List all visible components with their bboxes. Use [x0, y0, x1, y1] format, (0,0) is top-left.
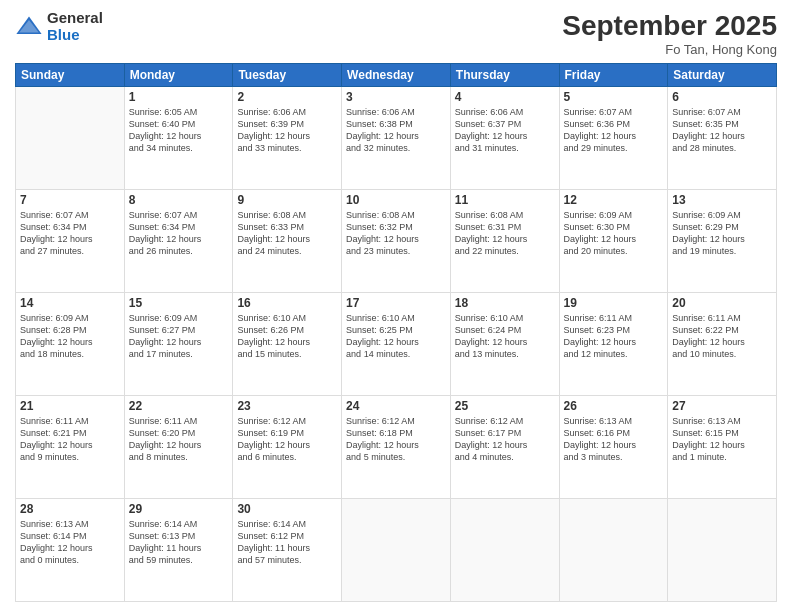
table-row: 8Sunrise: 6:07 AMSunset: 6:34 PMDaylight… [124, 190, 233, 293]
day-content: Sunrise: 6:12 AMSunset: 6:17 PMDaylight:… [455, 415, 555, 464]
day-content: Sunrise: 6:10 AMSunset: 6:26 PMDaylight:… [237, 312, 337, 361]
day-number: 29 [129, 502, 229, 516]
day-number: 23 [237, 399, 337, 413]
day-content: Sunrise: 6:11 AMSunset: 6:22 PMDaylight:… [672, 312, 772, 361]
day-content: Sunrise: 6:09 AMSunset: 6:27 PMDaylight:… [129, 312, 229, 361]
day-content: Sunrise: 6:11 AMSunset: 6:20 PMDaylight:… [129, 415, 229, 464]
day-number: 15 [129, 296, 229, 310]
col-monday: Monday [124, 64, 233, 87]
day-content: Sunrise: 6:13 AMSunset: 6:16 PMDaylight:… [564, 415, 664, 464]
table-row: 17Sunrise: 6:10 AMSunset: 6:25 PMDayligh… [342, 293, 451, 396]
day-content: Sunrise: 6:09 AMSunset: 6:30 PMDaylight:… [564, 209, 664, 258]
logo: General Blue [15, 10, 103, 43]
table-row: 3Sunrise: 6:06 AMSunset: 6:38 PMDaylight… [342, 87, 451, 190]
day-content: Sunrise: 6:08 AMSunset: 6:33 PMDaylight:… [237, 209, 337, 258]
day-number: 22 [129, 399, 229, 413]
day-number: 24 [346, 399, 446, 413]
day-number: 28 [20, 502, 120, 516]
table-row: 21Sunrise: 6:11 AMSunset: 6:21 PMDayligh… [16, 396, 125, 499]
col-wednesday: Wednesday [342, 64, 451, 87]
table-row [450, 499, 559, 602]
day-content: Sunrise: 6:09 AMSunset: 6:28 PMDaylight:… [20, 312, 120, 361]
table-row: 28Sunrise: 6:13 AMSunset: 6:14 PMDayligh… [16, 499, 125, 602]
day-content: Sunrise: 6:07 AMSunset: 6:35 PMDaylight:… [672, 106, 772, 155]
calendar-week-row: 7Sunrise: 6:07 AMSunset: 6:34 PMDaylight… [16, 190, 777, 293]
day-content: Sunrise: 6:13 AMSunset: 6:14 PMDaylight:… [20, 518, 120, 567]
day-content: Sunrise: 6:07 AMSunset: 6:34 PMDaylight:… [129, 209, 229, 258]
day-content: Sunrise: 6:10 AMSunset: 6:24 PMDaylight:… [455, 312, 555, 361]
day-number: 8 [129, 193, 229, 207]
table-row: 19Sunrise: 6:11 AMSunset: 6:23 PMDayligh… [559, 293, 668, 396]
day-content: Sunrise: 6:08 AMSunset: 6:31 PMDaylight:… [455, 209, 555, 258]
day-content: Sunrise: 6:09 AMSunset: 6:29 PMDaylight:… [672, 209, 772, 258]
day-number: 27 [672, 399, 772, 413]
table-row: 30Sunrise: 6:14 AMSunset: 6:12 PMDayligh… [233, 499, 342, 602]
day-number: 13 [672, 193, 772, 207]
day-number: 9 [237, 193, 337, 207]
table-row [16, 87, 125, 190]
location: Fo Tan, Hong Kong [562, 42, 777, 57]
day-number: 3 [346, 90, 446, 104]
day-content: Sunrise: 6:14 AMSunset: 6:12 PMDaylight:… [237, 518, 337, 567]
title-block: September 2025 Fo Tan, Hong Kong [562, 10, 777, 57]
day-content: Sunrise: 6:06 AMSunset: 6:39 PMDaylight:… [237, 106, 337, 155]
day-number: 26 [564, 399, 664, 413]
table-row: 25Sunrise: 6:12 AMSunset: 6:17 PMDayligh… [450, 396, 559, 499]
day-number: 25 [455, 399, 555, 413]
table-row: 26Sunrise: 6:13 AMSunset: 6:16 PMDayligh… [559, 396, 668, 499]
day-content: Sunrise: 6:06 AMSunset: 6:38 PMDaylight:… [346, 106, 446, 155]
table-row: 7Sunrise: 6:07 AMSunset: 6:34 PMDaylight… [16, 190, 125, 293]
table-row: 1Sunrise: 6:05 AMSunset: 6:40 PMDaylight… [124, 87, 233, 190]
day-content: Sunrise: 6:12 AMSunset: 6:19 PMDaylight:… [237, 415, 337, 464]
table-row [668, 499, 777, 602]
day-content: Sunrise: 6:11 AMSunset: 6:21 PMDaylight:… [20, 415, 120, 464]
col-tuesday: Tuesday [233, 64, 342, 87]
day-number: 30 [237, 502, 337, 516]
table-row: 10Sunrise: 6:08 AMSunset: 6:32 PMDayligh… [342, 190, 451, 293]
table-row [559, 499, 668, 602]
day-number: 14 [20, 296, 120, 310]
logo-general-text: General [47, 10, 103, 27]
day-content: Sunrise: 6:06 AMSunset: 6:37 PMDaylight:… [455, 106, 555, 155]
table-row: 2Sunrise: 6:06 AMSunset: 6:39 PMDaylight… [233, 87, 342, 190]
table-row: 6Sunrise: 6:07 AMSunset: 6:35 PMDaylight… [668, 87, 777, 190]
header: General Blue September 2025 Fo Tan, Hong… [15, 10, 777, 57]
table-row: 5Sunrise: 6:07 AMSunset: 6:36 PMDaylight… [559, 87, 668, 190]
logo-text: General Blue [47, 10, 103, 43]
day-number: 18 [455, 296, 555, 310]
calendar-week-row: 14Sunrise: 6:09 AMSunset: 6:28 PMDayligh… [16, 293, 777, 396]
table-row: 22Sunrise: 6:11 AMSunset: 6:20 PMDayligh… [124, 396, 233, 499]
table-row: 18Sunrise: 6:10 AMSunset: 6:24 PMDayligh… [450, 293, 559, 396]
day-content: Sunrise: 6:11 AMSunset: 6:23 PMDaylight:… [564, 312, 664, 361]
day-number: 10 [346, 193, 446, 207]
table-row: 24Sunrise: 6:12 AMSunset: 6:18 PMDayligh… [342, 396, 451, 499]
table-row: 11Sunrise: 6:08 AMSunset: 6:31 PMDayligh… [450, 190, 559, 293]
table-row: 29Sunrise: 6:14 AMSunset: 6:13 PMDayligh… [124, 499, 233, 602]
logo-icon [15, 13, 43, 41]
col-sunday: Sunday [16, 64, 125, 87]
day-number: 21 [20, 399, 120, 413]
table-row: 4Sunrise: 6:06 AMSunset: 6:37 PMDaylight… [450, 87, 559, 190]
calendar-header-row: Sunday Monday Tuesday Wednesday Thursday… [16, 64, 777, 87]
day-number: 6 [672, 90, 772, 104]
table-row: 12Sunrise: 6:09 AMSunset: 6:30 PMDayligh… [559, 190, 668, 293]
calendar-week-row: 21Sunrise: 6:11 AMSunset: 6:21 PMDayligh… [16, 396, 777, 499]
day-content: Sunrise: 6:14 AMSunset: 6:13 PMDaylight:… [129, 518, 229, 567]
table-row: 27Sunrise: 6:13 AMSunset: 6:15 PMDayligh… [668, 396, 777, 499]
day-content: Sunrise: 6:07 AMSunset: 6:34 PMDaylight:… [20, 209, 120, 258]
table-row [342, 499, 451, 602]
table-row: 16Sunrise: 6:10 AMSunset: 6:26 PMDayligh… [233, 293, 342, 396]
table-row: 14Sunrise: 6:09 AMSunset: 6:28 PMDayligh… [16, 293, 125, 396]
col-saturday: Saturday [668, 64, 777, 87]
day-number: 20 [672, 296, 772, 310]
day-content: Sunrise: 6:08 AMSunset: 6:32 PMDaylight:… [346, 209, 446, 258]
logo-blue-text: Blue [47, 27, 103, 44]
day-number: 7 [20, 193, 120, 207]
table-row: 9Sunrise: 6:08 AMSunset: 6:33 PMDaylight… [233, 190, 342, 293]
day-content: Sunrise: 6:10 AMSunset: 6:25 PMDaylight:… [346, 312, 446, 361]
table-row: 13Sunrise: 6:09 AMSunset: 6:29 PMDayligh… [668, 190, 777, 293]
day-content: Sunrise: 6:05 AMSunset: 6:40 PMDaylight:… [129, 106, 229, 155]
day-number: 19 [564, 296, 664, 310]
day-content: Sunrise: 6:12 AMSunset: 6:18 PMDaylight:… [346, 415, 446, 464]
day-number: 16 [237, 296, 337, 310]
